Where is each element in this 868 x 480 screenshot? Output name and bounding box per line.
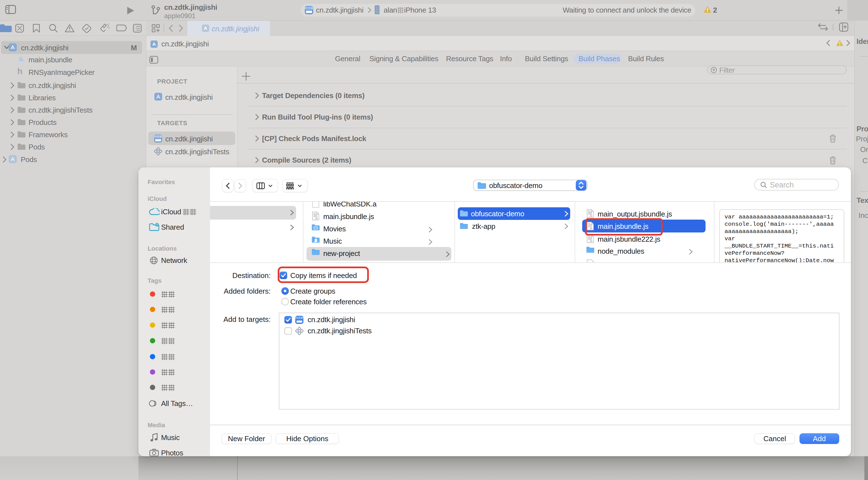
svg-text:JS: JS: [589, 240, 593, 242]
svg-text:JS: JS: [315, 217, 318, 220]
svg-text:JS: JS: [589, 214, 593, 217]
